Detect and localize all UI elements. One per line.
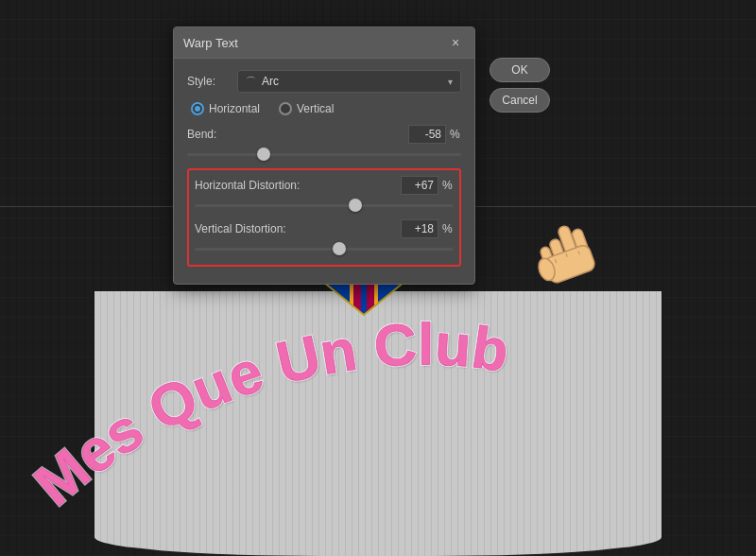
bend-slider-row: Bend: -58 % xyxy=(187,125,461,161)
horizontal-radio-circle xyxy=(191,102,204,115)
style-value: Arc xyxy=(262,75,448,88)
warp-text-dialog: Warp Text × Style: ⌒ Arc ▾ Horizontal Ve… xyxy=(173,26,475,285)
v-distortion-slider-thumb[interactable] xyxy=(333,242,346,255)
orientation-radio-group: Horizontal Vertical xyxy=(191,102,461,115)
dialog-titlebar: Warp Text × xyxy=(174,27,474,59)
horizontal-radio[interactable]: Horizontal xyxy=(191,102,260,115)
style-row: Style: ⌒ Arc ▾ xyxy=(187,70,461,93)
cancel-button[interactable]: Cancel xyxy=(490,88,550,113)
vertical-radio-circle xyxy=(279,102,292,115)
bend-value: -58 xyxy=(425,128,441,141)
vertical-radio[interactable]: Vertical xyxy=(279,102,334,115)
h-distortion-track-bar xyxy=(195,204,454,207)
ok-button[interactable]: OK xyxy=(490,58,550,82)
dialog-close-button[interactable]: × xyxy=(446,33,465,52)
bend-slider-track[interactable] xyxy=(187,148,461,161)
hand-cursor-icon xyxy=(534,217,610,293)
bend-label-row: Bend: -58 % xyxy=(187,125,461,144)
dialog-title: Warp Text xyxy=(183,36,238,50)
h-distortion-unit: % xyxy=(442,179,454,192)
v-distortion-label: Vertical Distortion: xyxy=(195,222,401,235)
v-distortion-value-input[interactable]: +18 xyxy=(401,219,438,238)
v-distortion-unit: % xyxy=(442,222,454,235)
v-distortion-value: +18 xyxy=(415,222,434,235)
bend-label: Bend: xyxy=(187,128,408,141)
h-distortion-label-row: Horizontal Distortion: +67 % xyxy=(195,176,454,195)
h-distortion-value: +67 xyxy=(415,179,434,192)
bend-value-input[interactable]: -58 xyxy=(408,125,446,144)
dropdown-arrow-icon: ▾ xyxy=(448,77,453,87)
v-distortion-slider-row: Vertical Distortion: +18 % xyxy=(195,219,454,255)
arc-icon: ⌒ xyxy=(246,75,256,89)
v-distortion-slider-track[interactable] xyxy=(195,242,454,255)
h-distortion-label: Horizontal Distortion: xyxy=(195,179,401,192)
v-distortion-track-bar xyxy=(195,248,454,251)
h-distortion-slider-track[interactable] xyxy=(195,199,454,212)
dialog-buttons: OK Cancel xyxy=(490,58,550,113)
horizontal-radio-label: Horizontal xyxy=(209,102,260,115)
h-distortion-slider-row: Horizontal Distortion: +67 % xyxy=(195,176,454,212)
bend-unit: % xyxy=(450,128,461,141)
h-distortion-slider-thumb[interactable] xyxy=(349,199,362,212)
distortion-highlight-box: Horizontal Distortion: +67 % Vertical Di… xyxy=(187,168,461,267)
vertical-radio-label: Vertical xyxy=(297,102,334,115)
h-distortion-value-input[interactable]: +67 xyxy=(401,176,438,195)
style-label: Style: xyxy=(187,75,230,88)
style-dropdown[interactable]: ⌒ Arc ▾ xyxy=(237,70,461,93)
bend-track-bar xyxy=(187,153,461,156)
dialog-body: Style: ⌒ Arc ▾ Horizontal Vertical Bend: xyxy=(174,59,474,284)
bend-slider-thumb[interactable] xyxy=(257,148,270,161)
v-distortion-label-row: Vertical Distortion: +18 % xyxy=(195,219,454,238)
